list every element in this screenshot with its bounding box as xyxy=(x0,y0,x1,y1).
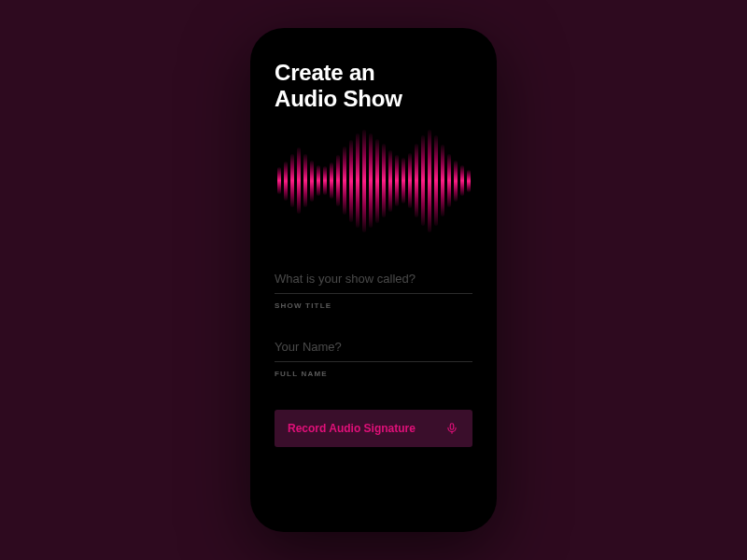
waveform-bar xyxy=(395,155,399,206)
full-name-label: FULL NAME xyxy=(275,370,472,378)
waveform-bar xyxy=(382,144,386,217)
phone-frame: Create an Audio Show SHOW TITLE FULL NAM… xyxy=(250,28,497,532)
page-title: Create an Audio Show xyxy=(275,60,472,113)
waveform-bar xyxy=(428,130,431,232)
show-title-label: SHOW TITLE xyxy=(275,301,472,310)
waveform-bar xyxy=(323,166,327,195)
waveform-bar xyxy=(415,144,418,217)
show-title-input[interactable] xyxy=(275,266,472,294)
create-show-form: SHOW TITLE FULL NAME xyxy=(275,266,472,378)
waveform-bar xyxy=(447,154,451,207)
waveform-bar xyxy=(388,150,392,212)
waveform-bar xyxy=(434,135,438,226)
waveform xyxy=(275,130,472,232)
waveform-bar xyxy=(369,133,373,228)
waveform-bar xyxy=(297,147,301,213)
record-button-label: Record Audio Signature xyxy=(288,422,416,435)
waveform-bar xyxy=(303,154,307,207)
microphone-icon xyxy=(444,421,459,436)
waveform-bar xyxy=(317,165,320,196)
waveform-bar xyxy=(460,165,464,196)
waveform-bar xyxy=(454,161,458,202)
waveform-bar xyxy=(421,135,425,226)
waveform-bar xyxy=(349,140,353,222)
waveform-bar xyxy=(336,155,340,206)
waveform-bar xyxy=(362,130,366,232)
record-audio-signature-button[interactable]: Record Audio Signature xyxy=(275,410,472,447)
waveform-bar xyxy=(343,147,346,215)
waveform-bar xyxy=(310,161,314,202)
waveform-bar xyxy=(330,162,333,200)
full-name-input[interactable] xyxy=(275,334,472,362)
waveform-bar xyxy=(290,154,294,207)
waveform-bar xyxy=(375,139,379,223)
waveform-bar xyxy=(402,158,405,203)
waveform-bar xyxy=(284,161,288,201)
waveform-bar xyxy=(277,167,281,194)
title-line-2: Audio Show xyxy=(275,86,402,111)
waveform-bar xyxy=(467,170,471,192)
waveform-bar xyxy=(408,153,412,208)
title-line-1: Create an xyxy=(275,60,375,85)
waveform-bar xyxy=(441,145,444,217)
full-name-field: FULL NAME xyxy=(275,334,472,378)
show-title-field: SHOW TITLE xyxy=(275,266,472,310)
svg-rect-0 xyxy=(450,423,454,428)
waveform-bar xyxy=(356,133,359,228)
